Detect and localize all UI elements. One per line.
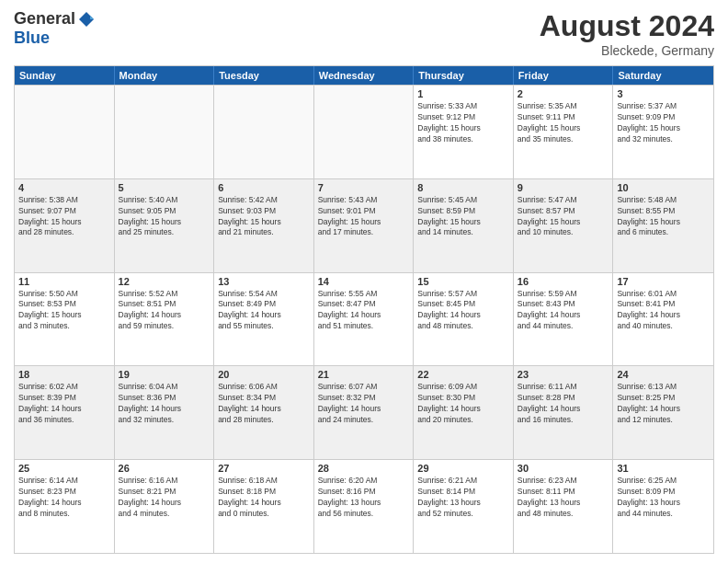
cal-cell-1-2 [115, 86, 215, 178]
day-info: Sunrise: 5:59 AM Sunset: 8:43 PM Dayligh… [518, 289, 609, 333]
week-row-3: 11Sunrise: 5:50 AM Sunset: 8:53 PM Dayli… [15, 272, 713, 366]
day-info: Sunrise: 6:13 AM Sunset: 8:25 PM Dayligh… [617, 382, 710, 426]
day-info: Sunrise: 5:40 AM Sunset: 9:05 PM Dayligh… [119, 195, 210, 239]
day-info: Sunrise: 6:09 AM Sunset: 8:30 PM Dayligh… [417, 382, 509, 426]
cal-cell-3-6: 16Sunrise: 5:59 AM Sunset: 8:43 PM Dayli… [514, 273, 614, 366]
week-row-2: 4Sunrise: 5:38 AM Sunset: 9:07 PM Daylig… [15, 178, 713, 272]
day-number: 31 [617, 463, 710, 474]
location: Bleckede, Germany [540, 43, 714, 58]
day-number: 17 [617, 276, 710, 287]
cal-header-friday: Friday [514, 66, 614, 85]
logo-icon [77, 10, 96, 29]
cal-cell-1-5: 1Sunrise: 5:33 AM Sunset: 9:12 PM Daylig… [414, 86, 514, 178]
day-number: 25 [18, 463, 110, 474]
day-info: Sunrise: 6:14 AM Sunset: 8:23 PM Dayligh… [18, 476, 110, 520]
cal-cell-2-7: 10Sunrise: 5:48 AM Sunset: 8:55 PM Dayli… [613, 179, 713, 272]
day-number: 10 [617, 182, 710, 193]
day-info: Sunrise: 5:57 AM Sunset: 8:45 PM Dayligh… [417, 289, 509, 333]
cal-cell-2-1: 4Sunrise: 5:38 AM Sunset: 9:07 PM Daylig… [15, 179, 115, 272]
cal-cell-5-2: 26Sunrise: 6:16 AM Sunset: 8:21 PM Dayli… [115, 460, 215, 553]
day-number: 7 [318, 182, 410, 193]
day-info: Sunrise: 6:16 AM Sunset: 8:21 PM Dayligh… [119, 476, 210, 520]
day-number: 13 [218, 276, 310, 287]
day-info: Sunrise: 6:25 AM Sunset: 8:09 PM Dayligh… [617, 476, 710, 520]
day-info: Sunrise: 5:54 AM Sunset: 8:49 PM Dayligh… [218, 289, 310, 333]
day-info: Sunrise: 6:06 AM Sunset: 8:34 PM Dayligh… [218, 382, 310, 426]
day-number: 27 [218, 463, 310, 474]
day-number: 4 [18, 182, 110, 193]
day-info: Sunrise: 5:48 AM Sunset: 8:55 PM Dayligh… [617, 195, 710, 239]
day-number: 16 [518, 276, 609, 287]
day-info: Sunrise: 6:07 AM Sunset: 8:32 PM Dayligh… [318, 382, 410, 426]
day-info: Sunrise: 6:11 AM Sunset: 8:28 PM Dayligh… [518, 382, 609, 426]
cal-cell-2-3: 6Sunrise: 5:42 AM Sunset: 9:03 PM Daylig… [214, 179, 314, 272]
cal-cell-3-3: 13Sunrise: 5:54 AM Sunset: 8:49 PM Dayli… [214, 273, 314, 366]
cal-header-sunday: Sunday [15, 66, 115, 85]
day-number: 18 [18, 369, 110, 380]
day-info: Sunrise: 6:02 AM Sunset: 8:39 PM Dayligh… [18, 382, 110, 426]
day-number: 11 [18, 276, 110, 287]
day-info: Sunrise: 6:23 AM Sunset: 8:11 PM Dayligh… [518, 476, 609, 520]
cal-cell-2-4: 7Sunrise: 5:43 AM Sunset: 9:01 PM Daylig… [314, 179, 415, 272]
day-info: Sunrise: 5:55 AM Sunset: 8:47 PM Dayligh… [318, 289, 410, 333]
week-row-4: 18Sunrise: 6:02 AM Sunset: 8:39 PM Dayli… [15, 365, 713, 459]
day-info: Sunrise: 6:20 AM Sunset: 8:16 PM Dayligh… [318, 476, 410, 520]
cal-cell-2-2: 5Sunrise: 5:40 AM Sunset: 9:05 PM Daylig… [115, 179, 215, 272]
day-number: 30 [518, 463, 609, 474]
page: General Blue August 2024 Bleckede, Germa… [0, 0, 728, 563]
logo: General Blue [14, 9, 96, 48]
cal-header-thursday: Thursday [414, 66, 514, 85]
day-number: 26 [119, 463, 210, 474]
cal-cell-2-5: 8Sunrise: 5:45 AM Sunset: 8:59 PM Daylig… [414, 179, 514, 272]
week-row-1: 1Sunrise: 5:33 AM Sunset: 9:12 PM Daylig… [15, 85, 713, 178]
cal-cell-1-7: 3Sunrise: 5:37 AM Sunset: 9:09 PM Daylig… [613, 86, 713, 178]
day-number: 23 [518, 369, 609, 380]
cal-cell-1-6: 2Sunrise: 5:35 AM Sunset: 9:11 PM Daylig… [514, 86, 614, 178]
day-number: 21 [318, 369, 410, 380]
cal-cell-3-7: 17Sunrise: 6:01 AM Sunset: 8:41 PM Dayli… [613, 273, 713, 366]
day-number: 15 [417, 276, 509, 287]
cal-cell-4-6: 23Sunrise: 6:11 AM Sunset: 8:28 PM Dayli… [514, 366, 614, 459]
cal-cell-5-1: 25Sunrise: 6:14 AM Sunset: 8:23 PM Dayli… [15, 460, 115, 553]
month-year: August 2024 [540, 9, 714, 43]
cal-cell-5-7: 31Sunrise: 6:25 AM Sunset: 8:09 PM Dayli… [613, 460, 713, 553]
day-info: Sunrise: 5:38 AM Sunset: 9:07 PM Dayligh… [18, 195, 110, 239]
day-info: Sunrise: 5:45 AM Sunset: 8:59 PM Dayligh… [417, 195, 509, 239]
cal-cell-4-5: 22Sunrise: 6:09 AM Sunset: 8:30 PM Dayli… [414, 366, 514, 459]
day-info: Sunrise: 5:43 AM Sunset: 9:01 PM Dayligh… [318, 195, 410, 239]
day-info: Sunrise: 5:33 AM Sunset: 9:12 PM Dayligh… [417, 101, 509, 145]
cal-cell-4-3: 20Sunrise: 6:06 AM Sunset: 8:34 PM Dayli… [214, 366, 314, 459]
week-row-5: 25Sunrise: 6:14 AM Sunset: 8:23 PM Dayli… [15, 459, 713, 553]
cal-header-tuesday: Tuesday [214, 66, 314, 85]
cal-cell-3-4: 14Sunrise: 5:55 AM Sunset: 8:47 PM Dayli… [314, 273, 415, 366]
cal-cell-1-3 [214, 86, 314, 178]
day-info: Sunrise: 5:35 AM Sunset: 9:11 PM Dayligh… [518, 101, 609, 145]
cal-cell-4-7: 24Sunrise: 6:13 AM Sunset: 8:25 PM Dayli… [613, 366, 713, 459]
day-info: Sunrise: 6:04 AM Sunset: 8:36 PM Dayligh… [119, 382, 210, 426]
day-info: Sunrise: 5:37 AM Sunset: 9:09 PM Dayligh… [617, 101, 710, 145]
day-number: 6 [218, 182, 310, 193]
day-number: 1 [417, 88, 509, 99]
day-info: Sunrise: 5:42 AM Sunset: 9:03 PM Dayligh… [218, 195, 310, 239]
day-number: 9 [518, 182, 609, 193]
calendar: SundayMondayTuesdayWednesdayThursdayFrid… [14, 65, 714, 554]
cal-cell-2-6: 9Sunrise: 5:47 AM Sunset: 8:57 PM Daylig… [514, 179, 614, 272]
cal-cell-3-1: 11Sunrise: 5:50 AM Sunset: 8:53 PM Dayli… [15, 273, 115, 366]
logo-blue-text: Blue [14, 29, 50, 48]
day-number: 2 [518, 88, 609, 99]
calendar-body: 1Sunrise: 5:33 AM Sunset: 9:12 PM Daylig… [15, 85, 713, 553]
logo-general-text: General [14, 9, 75, 29]
cal-cell-5-6: 30Sunrise: 6:23 AM Sunset: 8:11 PM Dayli… [514, 460, 614, 553]
day-number: 29 [417, 463, 509, 474]
header: General Blue August 2024 Bleckede, Germa… [14, 9, 714, 58]
day-number: 14 [318, 276, 410, 287]
day-info: Sunrise: 6:21 AM Sunset: 8:14 PM Dayligh… [417, 476, 509, 520]
calendar-header: SundayMondayTuesdayWednesdayThursdayFrid… [15, 66, 713, 85]
cal-header-monday: Monday [115, 66, 215, 85]
day-info: Sunrise: 5:47 AM Sunset: 8:57 PM Dayligh… [518, 195, 609, 239]
cal-cell-5-4: 28Sunrise: 6:20 AM Sunset: 8:16 PM Dayli… [314, 460, 415, 553]
day-info: Sunrise: 5:52 AM Sunset: 8:51 PM Dayligh… [119, 289, 210, 333]
title-block: August 2024 Bleckede, Germany [540, 9, 714, 58]
day-number: 20 [218, 369, 310, 380]
day-number: 5 [119, 182, 210, 193]
